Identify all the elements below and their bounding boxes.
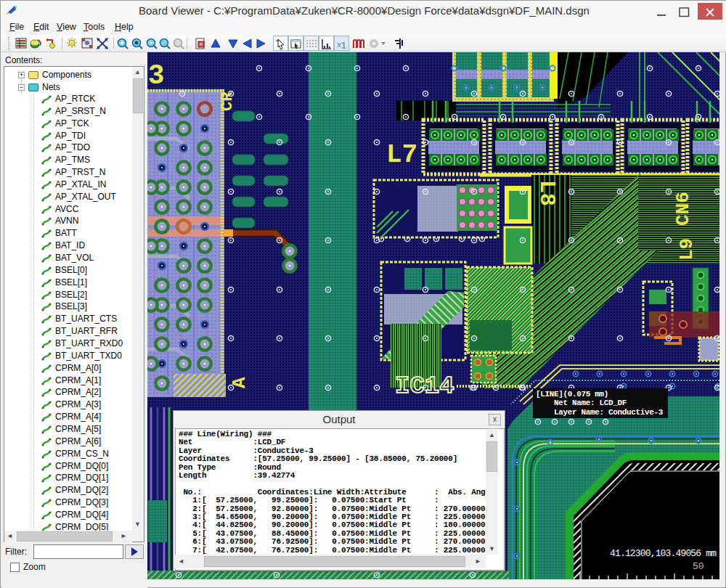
svg-text:L7: L7: [386, 140, 417, 170]
svg-text:L8: L8: [534, 180, 559, 206]
svg-text:C3: C3: [147, 60, 165, 91]
svg-text:41.12300,103.49056 mm: 41.12300,103.49056 mm: [610, 548, 717, 559]
svg-text:CN6: CN6: [672, 192, 694, 226]
svg-text:L9: L9: [676, 238, 698, 261]
svg-text:1: 1: [341, 41, 346, 51]
svg-text:IC14: IC14: [395, 372, 454, 400]
svg-text:CR: CR: [219, 91, 237, 111]
svg-text:50: 50: [693, 561, 704, 572]
svg-text:A: A: [229, 377, 250, 388]
